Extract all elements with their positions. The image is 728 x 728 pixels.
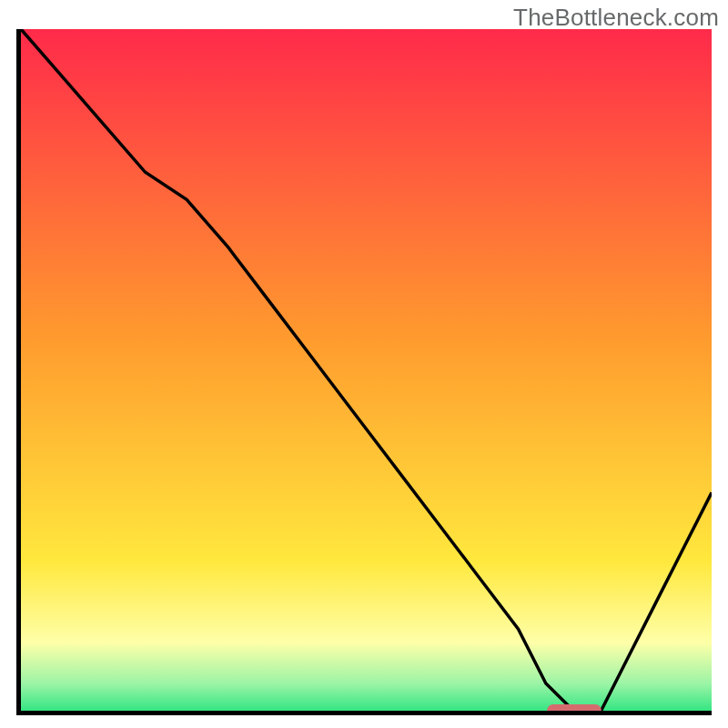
plot-area [16, 29, 712, 715]
watermark-text: TheBottleneck.com [513, 4, 719, 32]
optimal-range-marker [547, 704, 602, 715]
chart-stage: TheBottleneck.com [0, 0, 728, 728]
bottleneck-curve [21, 29, 712, 711]
